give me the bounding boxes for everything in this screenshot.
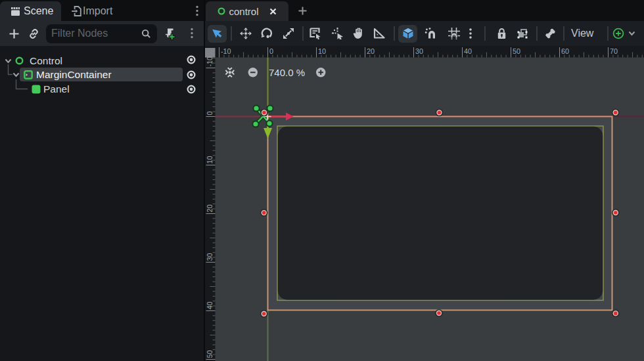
svg-text:40: 40 xyxy=(464,47,472,55)
svg-text:0: 0 xyxy=(206,111,214,115)
svg-text:10: 10 xyxy=(206,156,214,163)
svg-text:40: 40 xyxy=(206,301,214,309)
svg-text:740.0 %: 740.0 % xyxy=(269,67,305,78)
svg-text:20: 20 xyxy=(206,204,214,212)
svg-text:30: 30 xyxy=(415,47,423,55)
svg-text:-10: -10 xyxy=(206,56,214,67)
svg-text:60: 60 xyxy=(561,47,569,55)
svg-text:30: 30 xyxy=(206,253,214,261)
svg-text:70: 70 xyxy=(610,47,618,55)
svg-text:50: 50 xyxy=(206,350,214,358)
svg-text:10: 10 xyxy=(318,47,326,55)
svg-text:-10: -10 xyxy=(221,47,231,55)
svg-text:50: 50 xyxy=(513,47,520,55)
svg-text:0: 0 xyxy=(269,47,273,55)
svg-text:20: 20 xyxy=(367,47,375,55)
